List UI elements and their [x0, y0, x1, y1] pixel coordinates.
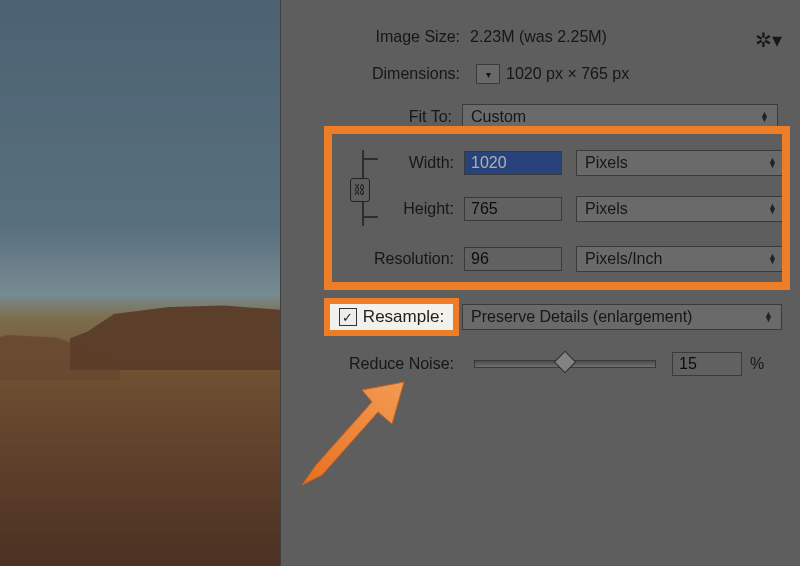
reduce-noise-input[interactable] — [672, 352, 742, 376]
height-unit-value: Pixels — [585, 200, 628, 218]
image-size-value: 2.23M (was 2.25M) — [470, 28, 607, 46]
height-unit-select[interactable]: Pixels ▲▼ — [576, 196, 786, 222]
dimensions-unit-toggle[interactable]: ▾ — [476, 64, 500, 84]
dimensions-value: 1020 px × 765 px — [506, 65, 629, 83]
fit-to-value: Custom — [471, 108, 526, 126]
width-input[interactable] — [464, 151, 562, 175]
updown-icon: ▲▼ — [764, 312, 773, 322]
slider-thumb[interactable] — [554, 351, 577, 374]
updown-icon: ▲▼ — [760, 112, 769, 122]
constrain-proportions-link[interactable]: ⛓ — [356, 150, 386, 226]
resolution-label: Resolution: — [0, 250, 454, 268]
updown-icon: ▲▼ — [768, 158, 777, 168]
image-size-panel: ✲▾ Image Size: 2.23M (was 2.25M) Dimensi… — [280, 0, 800, 566]
fit-to-select[interactable]: Custom ▲▼ — [462, 104, 778, 130]
highlight-resample: ✓ Resample: — [324, 298, 459, 336]
image-preview — [0, 0, 281, 566]
chain-icon: ⛓ — [350, 178, 370, 202]
resample-label: Resample: — [363, 307, 444, 327]
resolution-input[interactable] — [464, 247, 562, 271]
reduce-noise-slider[interactable] — [474, 360, 656, 368]
width-unit-value: Pixels — [585, 154, 628, 172]
image-size-label: Image Size: — [280, 28, 460, 46]
resample-method-value: Preserve Details (enlargement) — [471, 308, 692, 326]
resample-checkbox[interactable]: ✓ — [339, 308, 357, 326]
width-unit-select[interactable]: Pixels ▲▼ — [576, 150, 786, 176]
fit-to-label: Fit To: — [280, 108, 452, 126]
resolution-unit-value: Pixels/Inch — [585, 250, 662, 268]
height-input[interactable] — [464, 197, 562, 221]
resample-method-select[interactable]: Preserve Details (enlargement) ▲▼ — [462, 304, 782, 330]
resolution-unit-select[interactable]: Pixels/Inch ▲▼ — [576, 246, 786, 272]
percent-label: % — [750, 355, 764, 373]
dimensions-label: Dimensions: — [280, 65, 460, 83]
updown-icon: ▲▼ — [768, 204, 777, 214]
reduce-noise-label: Reduce Noise: — [0, 355, 454, 373]
updown-icon: ▲▼ — [768, 254, 777, 264]
